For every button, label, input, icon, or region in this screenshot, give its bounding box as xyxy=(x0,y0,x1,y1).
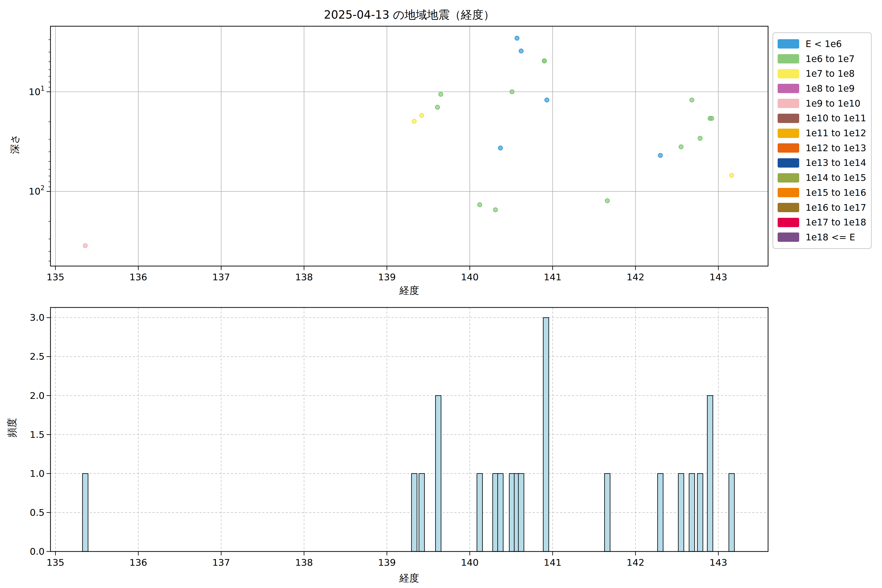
scatter-point xyxy=(494,208,498,212)
legend-swatch xyxy=(778,54,799,63)
scatter-point xyxy=(515,36,519,40)
scatter-point xyxy=(412,119,416,123)
legend-item: 1e9 to 1e10 xyxy=(778,96,871,111)
hist-bar xyxy=(707,396,713,552)
legend-swatch xyxy=(778,158,799,168)
scatter-point xyxy=(439,92,443,96)
scatter-ylabel: 深さ xyxy=(8,134,21,154)
legend-label: 1e6 to 1e7 xyxy=(806,54,855,64)
legend-item: 1e14 to 1e15 xyxy=(778,171,871,185)
legend-swatch xyxy=(778,203,799,212)
scatter-point xyxy=(519,49,524,53)
legend-swatch xyxy=(778,143,799,153)
svg-text:135: 135 xyxy=(46,557,64,568)
svg-text:142: 142 xyxy=(627,557,645,568)
hist-bar xyxy=(82,474,88,552)
scatter-plot: 135136137138139140141142143101102 xyxy=(51,26,768,266)
legend-item: 1e8 to 1e9 xyxy=(778,81,871,96)
svg-text:139: 139 xyxy=(378,272,396,282)
legend-label: 1e17 to 1e18 xyxy=(806,217,866,228)
legend-item: 1e10 to 1e11 xyxy=(778,111,871,126)
hist-bar xyxy=(412,474,417,552)
scatter-point xyxy=(698,136,702,140)
legend-item: 1e13 to 1e14 xyxy=(778,156,871,170)
legend-label: 1e9 to 1e10 xyxy=(806,98,861,109)
scatter-xlabel: 経度 xyxy=(51,284,768,297)
scatter-point xyxy=(510,90,514,94)
hist-bar xyxy=(658,474,663,552)
legend-item: 1e15 to 1e16 xyxy=(778,185,871,200)
legend-label: 1e13 to 1e14 xyxy=(806,158,866,168)
svg-text:136: 136 xyxy=(129,272,147,282)
hist-bar xyxy=(498,474,503,552)
scatter-point xyxy=(420,113,424,118)
svg-text:0.5: 0.5 xyxy=(30,507,45,518)
legend-item: 1e12 to 1e13 xyxy=(778,141,871,155)
histogram-ylabel: 頻度 xyxy=(5,418,19,438)
svg-text:0.0: 0.0 xyxy=(30,546,45,557)
svg-text:138: 138 xyxy=(295,557,313,568)
hist-bar xyxy=(419,474,424,552)
legend-label: 1e16 to 1e17 xyxy=(806,202,866,213)
svg-text:137: 137 xyxy=(212,272,230,282)
legend-swatch xyxy=(778,99,799,108)
svg-text:141: 141 xyxy=(544,272,561,282)
svg-text:138: 138 xyxy=(295,272,313,282)
earthquake-figure: 2025-04-13 の地域地震（経度） 1351361371381391401… xyxy=(0,0,882,588)
legend-label: 1e8 to 1e9 xyxy=(806,83,855,94)
scatter-point xyxy=(83,243,87,248)
legend-swatch xyxy=(778,129,799,138)
legend-item: 1e16 to 1e17 xyxy=(778,200,871,215)
histogram-plot: 1351361371381391401411421430.00.51.01.52… xyxy=(51,308,768,552)
legend-label: 1e14 to 1e15 xyxy=(806,172,866,183)
hist-bar xyxy=(689,474,695,552)
scatter-point xyxy=(710,116,714,120)
scatter-point xyxy=(544,98,549,102)
hist-bar xyxy=(436,396,441,552)
svg-text:101: 101 xyxy=(28,85,45,97)
histogram-xlabel: 経度 xyxy=(51,572,768,585)
figure-title: 2025-04-13 の地域地震（経度） xyxy=(51,8,768,22)
hist-bar xyxy=(678,474,684,552)
svg-text:137: 137 xyxy=(212,557,230,568)
legend-item: 1e11 to 1e12 xyxy=(778,126,871,141)
scatter-point xyxy=(498,146,502,150)
scatter-point xyxy=(690,98,694,102)
legend-swatch xyxy=(778,173,799,183)
energy-legend: E < 1e61e6 to 1e71e7 to 1e81e8 to 1e91e9… xyxy=(772,32,872,249)
legend-item: 1e18 <= E xyxy=(778,230,871,244)
hist-bar xyxy=(543,318,549,552)
legend-swatch xyxy=(778,114,799,123)
legend-swatch xyxy=(778,218,799,227)
svg-text:135: 135 xyxy=(46,272,64,282)
svg-text:140: 140 xyxy=(461,272,479,282)
legend-label: 1e12 to 1e13 xyxy=(806,143,866,153)
scatter-point xyxy=(658,153,663,158)
svg-text:141: 141 xyxy=(544,557,561,568)
legend-swatch xyxy=(778,84,799,93)
legend-item: 1e7 to 1e8 xyxy=(778,66,871,81)
legend-swatch xyxy=(778,39,799,48)
legend-swatch xyxy=(778,232,799,242)
legend-item: 1e17 to 1e18 xyxy=(778,215,871,230)
svg-text:139: 139 xyxy=(378,557,396,568)
svg-text:142: 142 xyxy=(627,272,645,282)
scatter-point xyxy=(542,59,546,63)
scatter-point xyxy=(679,145,683,149)
legend-label: E < 1e6 xyxy=(806,39,842,49)
hist-bar xyxy=(697,474,703,552)
hist-bar xyxy=(604,474,610,552)
legend-item: E < 1e6 xyxy=(778,36,871,51)
hist-bar xyxy=(518,474,524,552)
scatter-point xyxy=(435,105,440,109)
svg-text:140: 140 xyxy=(461,557,479,568)
scatter-point xyxy=(730,173,734,177)
legend-swatch xyxy=(778,188,799,197)
svg-text:3.0: 3.0 xyxy=(30,312,45,323)
legend-label: 1e15 to 1e16 xyxy=(806,188,866,198)
svg-text:143: 143 xyxy=(710,272,728,282)
scatter-point xyxy=(477,202,482,207)
svg-text:136: 136 xyxy=(129,557,147,568)
legend-label: 1e11 to 1e12 xyxy=(806,128,866,138)
legend-swatch xyxy=(778,69,799,78)
